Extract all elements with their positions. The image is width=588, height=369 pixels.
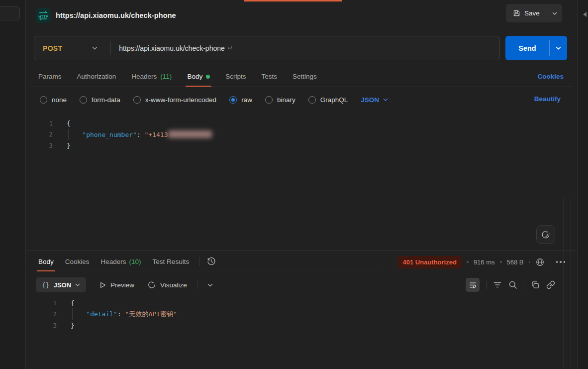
tab-count-badge: (11) <box>160 73 172 80</box>
visualize-sparkle-icon <box>147 280 156 289</box>
cookies-link[interactable]: Cookies <box>537 73 564 80</box>
status-code-badge[interactable]: 401 Unauthorized <box>398 256 462 268</box>
request-body-editor[interactable]: 1{2 "phone_number": "+14133} <box>31 118 558 151</box>
response-body-viewer[interactable]: 1{2 "detail": "无效的API密钥"3} <box>31 297 558 331</box>
save-label: Save <box>524 9 540 17</box>
scrollbar-track[interactable] <box>570 198 571 368</box>
send-button[interactable]: Send <box>505 36 549 60</box>
divider <box>197 281 197 289</box>
tab-scripts[interactable]: Scripts <box>225 67 246 87</box>
code-content: "phone_number": "+1413 <box>67 130 212 138</box>
save-icon <box>513 9 520 17</box>
request-tabs: ParamsAuthorizationHeaders(11)BodyScript… <box>31 67 573 87</box>
save-button[interactable]: Save <box>506 4 547 22</box>
response-section-divider[interactable] <box>26 250 577 251</box>
tab-label: Headers <box>131 73 157 80</box>
history-clock-icon <box>206 256 216 266</box>
code-line[interactable]: 2 "detail": "无效的API密钥" <box>31 309 558 320</box>
save-split-button: Save <box>506 4 562 22</box>
body-type-graphql[interactable]: GraphQL <box>308 96 348 104</box>
link-icon <box>546 280 555 289</box>
line-number: 1 <box>31 120 53 127</box>
code-line[interactable]: 1{ <box>31 297 558 309</box>
left-sidebar <box>0 0 26 369</box>
preview-label: Preview <box>110 281 134 289</box>
tab-settings[interactable]: Settings <box>293 67 317 87</box>
url-input[interactable]: https://api.xiaomu.uk/check-phone <box>119 44 224 52</box>
visualize-label: Visualize <box>160 281 187 289</box>
line-number: 1 <box>31 299 57 307</box>
link-button[interactable] <box>546 280 555 289</box>
more-options-button[interactable] <box>555 259 567 265</box>
divider <box>110 41 111 55</box>
postbot-sparkle-icon <box>541 230 551 240</box>
save-options-button[interactable] <box>547 4 562 22</box>
visualize-button[interactable]: Visualize <box>147 280 187 289</box>
filter-button[interactable] <box>493 280 502 289</box>
active-tab-underline <box>37 270 55 271</box>
sidebar-collection-box[interactable] <box>0 6 20 20</box>
token-punct <box>67 131 82 138</box>
response-history-button[interactable] <box>206 256 216 266</box>
line-number: 2 <box>31 310 57 318</box>
tab-body[interactable]: Body <box>187 67 210 87</box>
chevron-down-icon <box>552 12 557 15</box>
postbot-button[interactable] <box>536 225 555 244</box>
code-content: "detail": "无效的API密钥" <box>71 310 177 319</box>
body-type-binary[interactable]: binary <box>265 96 295 104</box>
code-content: } <box>71 322 75 329</box>
tab-headers[interactable]: Headers(10) <box>101 252 141 271</box>
tab-cookies[interactable]: Cookies <box>65 252 90 271</box>
active-tab-indicator <box>244 0 342 1</box>
response-size[interactable]: 568 B <box>507 258 524 266</box>
language-dropdown[interactable]: JSON <box>361 96 388 104</box>
tab-params[interactable]: Params <box>38 67 62 87</box>
copy-button[interactable] <box>531 280 540 289</box>
code-line[interactable]: 3} <box>31 140 558 151</box>
dot-separator <box>529 261 530 263</box>
line-number: 3 <box>31 322 57 329</box>
tab-headers[interactable]: Headers(11) <box>131 67 172 87</box>
method-dropdown-button[interactable] <box>92 46 98 50</box>
response-time[interactable]: 916 ms <box>474 258 495 266</box>
token-punct <box>71 310 86 318</box>
play-icon <box>99 281 106 289</box>
code-line[interactable]: 3} <box>31 320 558 331</box>
send-options-button[interactable] <box>550 36 567 60</box>
body-type-label: binary <box>277 96 295 104</box>
tab-label: Headers <box>101 258 126 265</box>
unsaved-dot-icon <box>206 75 210 79</box>
format-label: JSON <box>54 281 71 289</box>
token-string: "无效的API密钥" <box>125 310 177 318</box>
chevron-down-icon <box>92 46 98 50</box>
body-type-label: GraphQL <box>320 96 348 104</box>
code-line[interactable]: 2 "phone_number": "+1413 <box>31 129 558 140</box>
wrap-text-button[interactable] <box>466 278 480 292</box>
network-globe-button[interactable] <box>535 257 545 267</box>
body-type-none[interactable]: none <box>40 96 67 104</box>
tab-label: Tests <box>261 73 277 80</box>
tab-authorization[interactable]: Authorization <box>77 67 116 87</box>
code-line[interactable]: 1{ <box>31 118 558 129</box>
tab-body[interactable]: Body <box>38 252 54 271</box>
code-content: { <box>71 299 75 307</box>
response-format-dropdown[interactable]: {} JSON <box>36 277 86 292</box>
dot-separator <box>500 261 502 263</box>
beautify-link[interactable]: Beautify <box>534 95 561 103</box>
tab-test-results[interactable]: Test Results <box>153 252 190 271</box>
radio-icon <box>40 96 47 104</box>
body-type-raw[interactable]: raw <box>229 96 252 104</box>
scrollbar-track[interactable] <box>563 198 564 368</box>
tab-tests[interactable]: Tests <box>261 67 277 87</box>
preview-button[interactable]: Preview <box>99 281 134 289</box>
collapse-panel-arrow-icon[interactable] <box>583 12 587 17</box>
tab-label: Test Results <box>153 258 190 265</box>
method-selector[interactable]: POST <box>34 44 62 52</box>
body-type-form-data[interactable]: form-data <box>80 96 120 104</box>
response-tabs: BodyCookiesHeaders(10)Test Results <box>31 252 379 271</box>
body-type-x-www-form-urlencoded[interactable]: x-www-form-urlencoded <box>133 96 216 104</box>
search-button[interactable] <box>508 280 517 289</box>
body-type-label: raw <box>241 96 252 104</box>
token-punct: } <box>71 322 75 329</box>
toolbar-chevron-down-icon[interactable] <box>207 283 213 287</box>
